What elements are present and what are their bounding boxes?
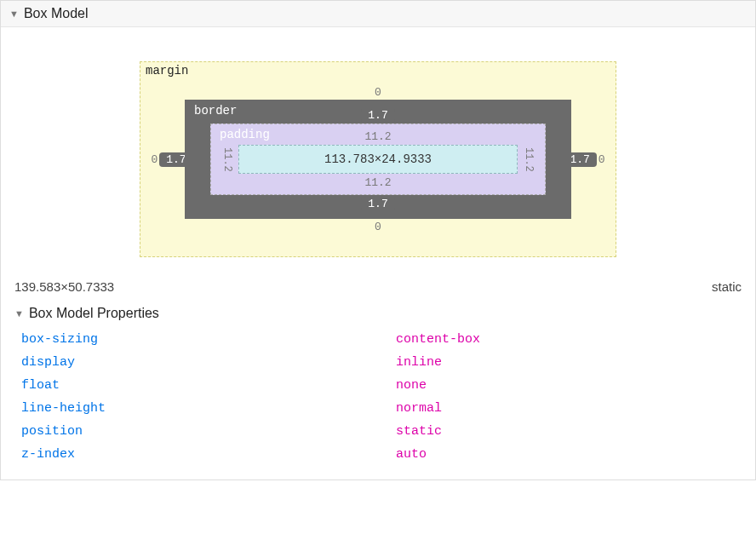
property-row[interactable]: floatnone — [21, 374, 735, 397]
box-model-properties-header[interactable]: ▼ Box Model Properties — [1, 302, 755, 328]
property-value: inline — [396, 355, 442, 370]
box-model-header[interactable]: ▼ Box Model — [1, 1, 755, 27]
element-position: static — [712, 279, 742, 294]
property-name: z-index — [21, 447, 396, 462]
property-value: normal — [396, 401, 442, 416]
padding-left-value[interactable]: 11.2 — [221, 147, 233, 172]
chevron-down-icon: ▼ — [9, 9, 19, 19]
property-row[interactable]: displayinline — [21, 351, 735, 374]
property-name: box-sizing — [21, 332, 396, 347]
property-name: position — [21, 424, 396, 439]
margin-region[interactable]: margin 0 0 1.7 1.7 0 0 border 1.7 — [140, 61, 616, 257]
border-label: border — [194, 104, 237, 118]
padding-top-value[interactable]: 11.2 — [364, 130, 391, 143]
property-value: content-box — [396, 332, 480, 347]
padding-region[interactable]: padding 11.2 11.2 11.2 11.2 113.783×24.9… — [210, 123, 546, 195]
box-model-panel: ▼ Box Model margin 0 0 1.7 1.7 0 0 borde… — [0, 0, 756, 480]
border-region[interactable]: border 1.7 1.7 padding 11.2 11.2 11.2 11… — [185, 100, 571, 219]
margin-right-value[interactable]: 0 — [598, 153, 605, 166]
element-size: 139.583×50.7333 — [14, 279, 114, 294]
margin-left-value[interactable]: 0 — [151, 153, 158, 166]
properties-list: box-sizingcontent-boxdisplayinlinefloatn… — [1, 328, 755, 479]
property-name: float — [21, 378, 396, 393]
content-size: 113.783×24.9333 — [324, 152, 432, 166]
padding-right-value[interactable]: 11.2 — [523, 147, 535, 172]
size-position-summary: 139.583×50.7333 static — [1, 274, 755, 302]
property-name: display — [21, 355, 396, 370]
margin-top-value[interactable]: 0 — [375, 86, 381, 99]
property-row[interactable]: box-sizingcontent-box — [21, 328, 735, 351]
properties-title: Box Model Properties — [29, 306, 159, 321]
box-model-title: Box Model — [24, 6, 89, 21]
padding-label: padding — [220, 128, 270, 141]
chevron-down-icon: ▼ — [14, 308, 24, 319]
margin-label: margin — [146, 64, 188, 78]
border-bottom-value[interactable]: 1.7 — [361, 197, 394, 211]
border-top-value[interactable]: 1.7 — [361, 108, 394, 123]
property-value: static — [396, 424, 442, 439]
content-region[interactable]: 113.783×24.9333 — [238, 145, 518, 174]
property-value: none — [396, 378, 427, 393]
property-value: auto — [396, 447, 427, 462]
box-model-diagram: margin 0 0 1.7 1.7 0 0 border 1.7 — [1, 27, 755, 274]
padding-bottom-value[interactable]: 11.2 — [364, 176, 391, 189]
property-row[interactable]: positionstatic — [21, 420, 735, 443]
property-row[interactable]: z-indexauto — [21, 443, 735, 466]
property-row[interactable]: line-heightnormal — [21, 397, 735, 420]
property-name: line-height — [21, 401, 396, 416]
margin-bottom-value[interactable]: 0 — [375, 221, 381, 233]
